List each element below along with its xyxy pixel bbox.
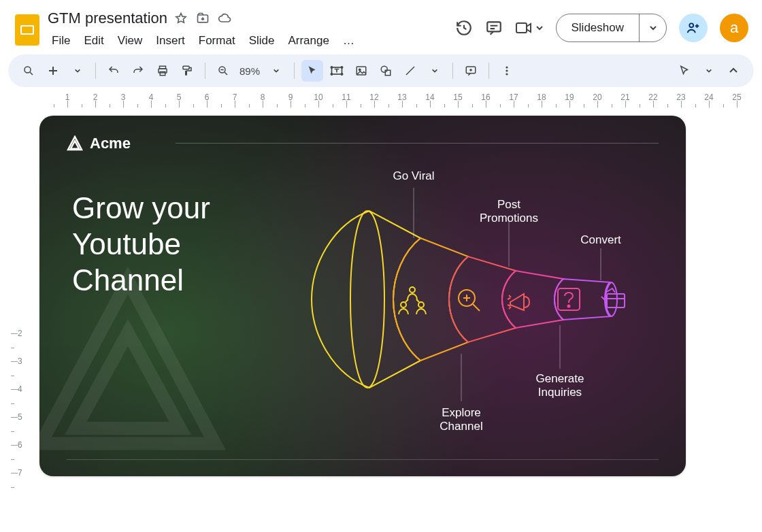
menu-arrange[interactable]: Arrange xyxy=(284,33,333,49)
undo-icon[interactable] xyxy=(103,60,125,82)
slideshow-button: Slideshow xyxy=(556,14,667,42)
new-slide-caret[interactable] xyxy=(67,60,88,82)
svg-rect-32 xyxy=(607,294,625,307)
horizontal-ruler: 1234567891011121314151617181920212223242… xyxy=(39,91,762,107)
line-tool-caret[interactable] xyxy=(424,60,446,82)
people-icon xyxy=(399,287,426,314)
svg-point-23 xyxy=(506,66,508,68)
move-icon[interactable] xyxy=(196,12,210,25)
menu-view[interactable]: View xyxy=(114,33,147,49)
menu-bar: File Edit View Insert Format Slide Arran… xyxy=(48,33,359,49)
menu-more[interactable]: … xyxy=(339,33,359,49)
question-icon xyxy=(558,288,580,310)
search-menu-icon[interactable] xyxy=(18,60,39,82)
share-button[interactable] xyxy=(679,14,708,42)
meet-button[interactable] xyxy=(515,21,544,35)
menu-slide[interactable]: Slide xyxy=(245,33,279,49)
separator xyxy=(452,63,453,79)
separator xyxy=(294,63,295,79)
svg-point-15 xyxy=(341,67,342,68)
funnel-mouth xyxy=(350,211,384,388)
title-line: Channel xyxy=(72,263,210,299)
search-plus-icon xyxy=(459,290,480,311)
pointer-mode-caret[interactable] xyxy=(698,60,720,82)
stage-label: GenerateInquiries xyxy=(536,372,584,399)
svg-point-20 xyxy=(381,66,387,72)
svg-rect-2 xyxy=(22,27,33,33)
svg-point-28 xyxy=(418,302,424,307)
pointer-mode-icon[interactable] xyxy=(674,60,695,82)
svg-point-14 xyxy=(331,67,332,68)
collapse-panel-icon[interactable] xyxy=(723,60,744,82)
textbox-tool-icon[interactable] xyxy=(326,60,348,82)
zoom-caret[interactable] xyxy=(265,60,287,82)
select-tool-icon[interactable] xyxy=(301,60,323,82)
shape-tool-icon[interactable] xyxy=(375,60,397,82)
brand-name: Acme xyxy=(90,135,131,152)
svg-point-31 xyxy=(568,305,570,307)
canvas-area[interactable]: Acme Grow your Youtube Channel xyxy=(0,107,762,476)
zoom-value[interactable]: 89% xyxy=(237,65,263,77)
svg-point-7 xyxy=(24,67,31,73)
svg-point-27 xyxy=(401,302,406,307)
zoom-icon[interactable] xyxy=(212,60,234,82)
svg-point-24 xyxy=(506,69,508,71)
toolbar: 89% xyxy=(8,54,754,87)
stage-label: ExploreChannel xyxy=(440,406,482,433)
menu-file[interactable]: File xyxy=(48,33,74,49)
title-line: Grow your xyxy=(72,190,210,227)
doc-title[interactable]: GTM presentation xyxy=(48,10,167,27)
stage-label: Convert xyxy=(580,233,621,246)
title-line: Youtube xyxy=(72,227,210,263)
separator xyxy=(488,63,489,79)
svg-rect-5 xyxy=(516,23,527,33)
slideshow-main[interactable]: Slideshow xyxy=(557,14,640,41)
title-block: GTM presentation File Edit View Insert F… xyxy=(48,10,359,49)
line-tool-icon[interactable] xyxy=(399,60,421,82)
funnel-segment-1 xyxy=(312,211,420,388)
image-tool-icon[interactable] xyxy=(350,60,372,82)
funnel-segment-5 xyxy=(554,279,611,320)
comment-add-icon[interactable] xyxy=(460,60,482,82)
svg-point-17 xyxy=(341,73,342,75)
svg-rect-11 xyxy=(183,66,189,69)
cloud-icon[interactable] xyxy=(218,12,231,25)
slides-logo-icon xyxy=(14,12,41,48)
menu-insert[interactable]: Insert xyxy=(152,33,189,49)
svg-rect-4 xyxy=(487,22,501,31)
svg-rect-21 xyxy=(385,70,391,76)
star-icon[interactable] xyxy=(174,12,188,25)
svg-point-19 xyxy=(359,69,361,70)
funnel-segment-2 xyxy=(393,238,468,361)
menu-format[interactable]: Format xyxy=(195,33,239,49)
menu-edit[interactable]: Edit xyxy=(80,33,107,49)
megaphone-icon xyxy=(508,294,529,310)
svg-point-6 xyxy=(689,23,693,27)
redo-icon[interactable] xyxy=(127,60,149,82)
stage-label: PostPromotions xyxy=(480,198,538,225)
svg-point-26 xyxy=(410,287,415,293)
funnel-diagram: Go Viral PostPromotions Convert ExploreC… xyxy=(291,150,672,463)
svg-point-25 xyxy=(506,73,508,75)
svg-point-16 xyxy=(331,73,332,75)
separator xyxy=(95,63,96,79)
overflow-icon[interactable] xyxy=(496,60,518,82)
header: GTM presentation File Edit View Insert F… xyxy=(0,0,762,52)
separator xyxy=(205,63,205,79)
history-icon[interactable] xyxy=(455,19,473,37)
slide[interactable]: Acme Grow your Youtube Channel xyxy=(39,116,686,476)
slideshow-caret[interactable] xyxy=(639,14,666,41)
stage-label: Go Viral xyxy=(393,169,434,182)
brand: Acme xyxy=(67,135,131,152)
new-slide-button[interactable] xyxy=(42,60,64,82)
divider xyxy=(176,143,659,144)
paint-format-icon[interactable] xyxy=(176,60,198,82)
account-avatar[interactable]: a xyxy=(720,14,748,42)
brand-logo-icon xyxy=(67,135,83,152)
comment-icon[interactable] xyxy=(485,19,503,37)
print-icon[interactable] xyxy=(152,60,173,82)
slide-title: Grow your Youtube Channel xyxy=(72,190,210,298)
